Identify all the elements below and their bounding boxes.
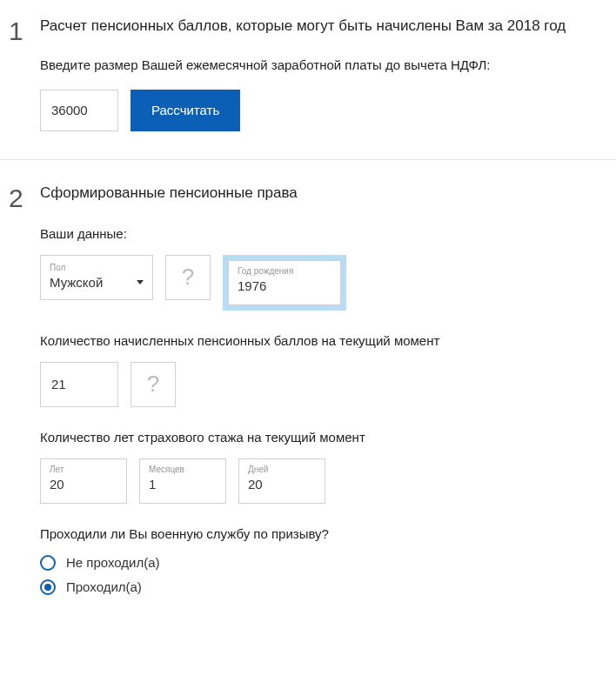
stage-row: Лет 20 Месяцев 1 Дней 20 [40,458,607,504]
months-label: Месяцев [149,465,217,474]
step-number-2: 2 [9,183,40,604]
your-data-label: Ваши данные: [40,226,607,241]
years-value: 20 [50,477,117,492]
points-input[interactable] [40,362,118,407]
months-value: 1 [149,477,217,492]
section-divider [0,159,616,160]
military-question: Проходили ли Вы военную службу по призыв… [40,526,607,541]
birth-year-value: 1976 [238,278,331,293]
gender-value: Мужской [50,275,103,290]
years-input[interactable]: Лет 20 [40,458,127,504]
personal-data-row: Пол Мужской ? Год рождения 1976 [40,255,607,311]
military-yes-option[interactable]: Проходил(а) [40,579,607,595]
birth-year-input[interactable]: Год рождения 1976 [228,260,341,305]
birth-year-label: Год рождения [238,266,331,276]
section-1-content: Расчет пенсионных баллов, которые могут … [40,16,607,131]
stage-label: Количество лет страхового стажа на текущ… [40,430,607,445]
military-no-option[interactable]: Не проходил(а) [40,555,607,571]
chevron-down-icon [137,280,144,284]
points-row: ? [40,362,607,407]
calculate-button[interactable]: Рассчитать [131,90,240,131]
military-radio-group: Не проходил(а) Проходил(а) [40,555,607,595]
section-2: 2 Сформированные пенсионные права Ваши д… [0,167,616,625]
radio-icon [40,579,56,595]
step-number-1: 1 [9,16,40,131]
points-label: Количество начисленных пенсионных баллов… [40,333,607,348]
days-label: Дней [248,465,316,474]
help-points-icon[interactable]: ? [131,362,176,407]
military-yes-label: Проходил(а) [66,579,142,594]
salary-input[interactable] [40,90,118,131]
days-value: 20 [248,477,316,492]
section-2-content: Сформированные пенсионные права Ваши дан… [40,183,607,604]
years-label: Лет [50,465,117,474]
section-1-title: Расчет пенсионных баллов, которые могут … [40,16,607,37]
days-input[interactable]: Дней 20 [238,458,325,504]
section-1: 1 Расчет пенсионных баллов, которые могу… [0,0,616,152]
section-2-title: Сформированные пенсионные права [40,183,607,204]
birth-year-highlight: Год рождения 1976 [223,255,346,311]
salary-prompt: Введите размер Вашей ежемесячной заработ… [40,56,607,74]
months-input[interactable]: Месяцев 1 [139,458,226,504]
military-no-label: Не проходил(а) [66,555,160,570]
help-gender-icon[interactable]: ? [165,255,211,300]
gender-label: Пол [50,263,144,272]
salary-row: Рассчитать [40,90,607,131]
gender-select[interactable]: Пол Мужской [40,255,153,300]
radio-icon [40,555,56,571]
